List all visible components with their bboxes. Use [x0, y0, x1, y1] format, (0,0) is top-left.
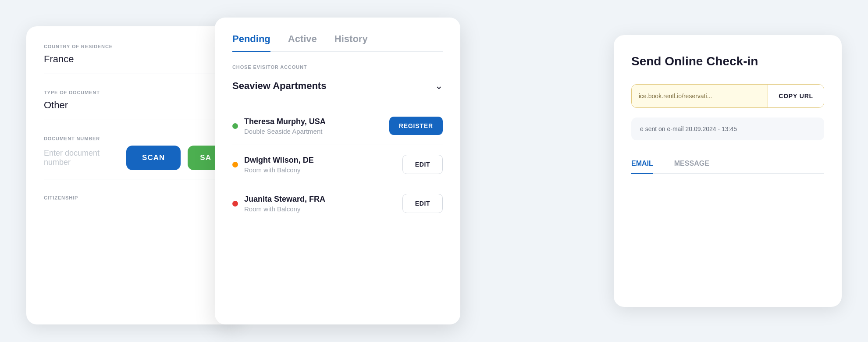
tab-history[interactable]: History: [334, 33, 368, 52]
document-type-label: TYPE OF DOCUMENT: [44, 90, 224, 95]
document-type-value: Other: [44, 100, 224, 111]
tab-pending[interactable]: Pending: [232, 33, 270, 52]
guest-name-3: Juanita Steward, FRA: [244, 195, 325, 204]
action-tab-message[interactable]: MESSAGE: [674, 154, 709, 174]
copy-url-button[interactable]: COPY URL: [768, 85, 824, 107]
evisitor-section-label: CHOSE EVISITOR ACCOUNT: [232, 64, 443, 70]
country-value: France: [44, 53, 224, 65]
guest-info-2: Dwight Wilson, DE Room with Balcony: [244, 156, 314, 174]
guest-info-1: Theresa Murphy, USA Double Seaside Apart…: [244, 117, 326, 135]
guest-row-1: Theresa Murphy, USA Double Seaside Apart…: [232, 107, 443, 145]
left-card: COUNTRY OF RESIDENCE France TYPE OF DOCU…: [26, 26, 241, 324]
guest-status-dot-1: [232, 123, 238, 129]
guest-name-1: Theresa Murphy, USA: [244, 117, 326, 126]
tab-bar: Pending Active History: [232, 33, 443, 52]
guest-status-dot-3: [232, 201, 238, 207]
guest-status-dot-2: [232, 162, 238, 167]
guest-name-2: Dwight Wilson, DE: [244, 156, 314, 165]
document-number-field-group: DOCUMENT NUMBER Enter document number SC…: [44, 136, 224, 179]
guest-left-2: Dwight Wilson, DE Room with Balcony: [232, 156, 314, 174]
url-text: ice.book.rentl.io/reservati...: [632, 85, 768, 107]
scan-button[interactable]: SCAN: [126, 146, 181, 170]
dropdown-value: Seaview Apartments: [232, 80, 326, 92]
guest-info-3: Juanita Steward, FRA Room with Balcony: [244, 195, 325, 213]
scene: COUNTRY OF RESIDENCE France TYPE OF DOCU…: [0, 0, 868, 342]
action-tab-bar: EMAIL MESSAGE: [631, 154, 824, 174]
edit-button-2[interactable]: EDIT: [402, 155, 443, 174]
right-card: Send Online Check-in ice.book.rentl.io/r…: [614, 35, 842, 307]
guest-left-1: Theresa Murphy, USA Double Seaside Apart…: [232, 117, 326, 135]
tab-active[interactable]: Active: [288, 33, 317, 52]
citizenship-label: CITIZENSHIP: [44, 195, 224, 200]
chevron-down-icon: ⌄: [435, 80, 443, 92]
scan-area: Enter document number SCAN SA: [44, 146, 224, 170]
guest-left-3: Juanita Steward, FRA Room with Balcony: [232, 195, 325, 213]
document-number-label: DOCUMENT NUMBER: [44, 136, 224, 141]
document-type-field-group: TYPE OF DOCUMENT Other: [44, 90, 224, 120]
guest-room-2: Room with Balcony: [244, 166, 314, 174]
middle-card: Pending Active History CHOSE EVISITOR AC…: [215, 18, 460, 324]
guest-row-3: Juanita Steward, FRA Room with Balcony E…: [232, 184, 443, 223]
guest-row-2: Dwight Wilson, DE Room with Balcony EDIT: [232, 145, 443, 184]
sent-info: e sent on e-mail 20.09.2024 - 13:45: [631, 118, 824, 140]
guest-room-3: Room with Balcony: [244, 205, 325, 213]
document-number-placeholder: Enter document number: [44, 149, 119, 167]
guest-room-1: Double Seaside Apartment: [244, 128, 326, 135]
action-tab-email[interactable]: EMAIL: [631, 154, 653, 174]
register-button-1[interactable]: REGISTER: [389, 117, 443, 135]
edit-button-3[interactable]: EDIT: [402, 194, 443, 213]
country-label: COUNTRY OF RESIDENCE: [44, 44, 224, 49]
evisitor-dropdown[interactable]: Seaview Apartments ⌄: [232, 74, 443, 98]
country-field-group: COUNTRY OF RESIDENCE France: [44, 44, 224, 74]
url-row: ice.book.rentl.io/reservati... COPY URL: [631, 84, 824, 108]
right-card-title: Send Online Check-in: [631, 54, 824, 68]
